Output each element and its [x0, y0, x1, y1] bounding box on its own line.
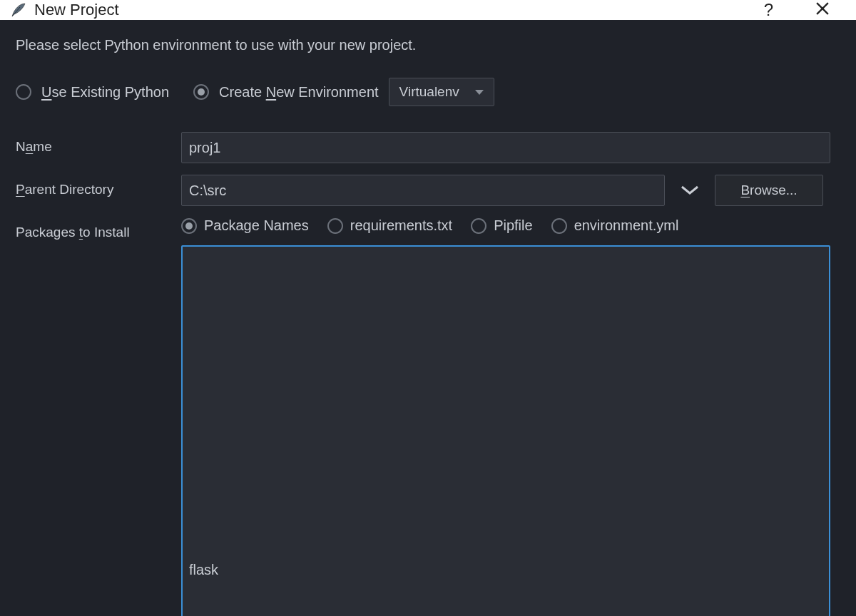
parent-dir-browse-button[interactable]: Browse... [715, 175, 823, 206]
parent-dir-expand-icon[interactable] [678, 182, 702, 199]
radio-requirements-label[interactable]: requirements.txt [350, 217, 452, 234]
packages-label: Packages to Install [16, 217, 181, 240]
close-button[interactable] [816, 2, 829, 18]
environment-row: Use Existing Python Create New Environme… [16, 78, 840, 106]
dialog-title: New Project [34, 1, 119, 19]
dialog-content: Please select Python environment to use … [0, 20, 856, 616]
radio-create-new-label[interactable]: Create New Environment [219, 84, 379, 101]
form-grid: Name Parent Directory Browse... Packages… [16, 132, 840, 616]
radio-use-existing[interactable] [16, 84, 31, 100]
parent-dir-label: Parent Directory [16, 175, 181, 197]
parent-dir-row: Browse... [181, 175, 840, 206]
packages-input[interactable] [181, 245, 830, 616]
name-label: Name [16, 132, 181, 155]
chevron-down-icon [475, 90, 484, 95]
radio-pipfile-label[interactable]: Pipfile [494, 217, 532, 234]
parent-dir-input[interactable] [181, 175, 665, 206]
packages-group: Package Names requirements.txt Pipfile e… [181, 217, 840, 616]
radio-package-names-label[interactable]: Package Names [204, 217, 309, 234]
radio-requirements[interactable] [327, 218, 343, 234]
radio-env-yml[interactable] [551, 218, 567, 234]
new-project-dialog: New Project ? Please select Python envir… [0, 0, 856, 616]
titlebar: New Project ? [0, 0, 856, 20]
app-feather-icon [10, 1, 27, 19]
radio-create-new[interactable] [193, 84, 209, 100]
radio-pipfile[interactable] [471, 218, 486, 234]
name-input[interactable] [181, 132, 830, 163]
titlebar-left: New Project [10, 1, 119, 19]
instruction-text: Please select Python environment to use … [16, 37, 840, 53]
env-type-value: Virtualenv [399, 84, 459, 100]
radio-env-yml-label[interactable]: environment.yml [574, 217, 679, 234]
packages-radio-set: Package Names requirements.txt Pipfile e… [181, 217, 840, 234]
help-button[interactable]: ? [764, 0, 773, 20]
env-type-select[interactable]: Virtualenv [389, 78, 494, 106]
radio-package-names[interactable] [181, 218, 197, 234]
name-row [181, 132, 840, 163]
radio-use-existing-label[interactable]: Use Existing Python [41, 84, 169, 101]
titlebar-right: ? [764, 0, 846, 20]
